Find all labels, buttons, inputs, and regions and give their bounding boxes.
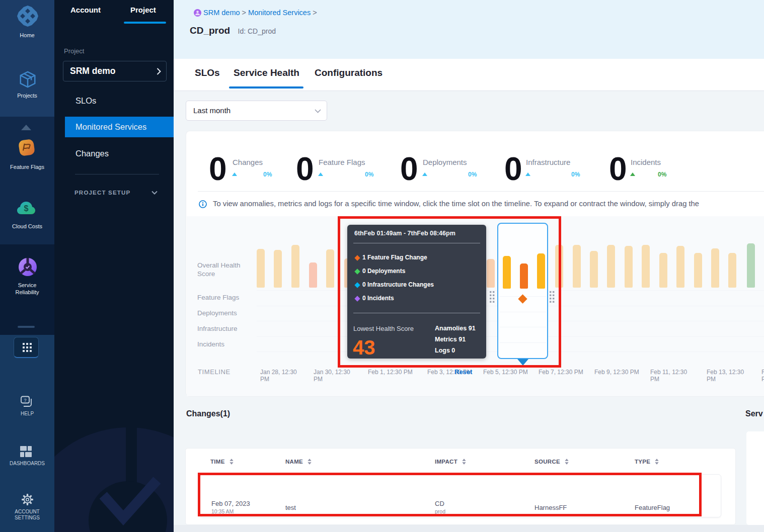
svg-text:?: ?	[24, 398, 26, 403]
svg-text:$: $	[24, 204, 29, 213]
